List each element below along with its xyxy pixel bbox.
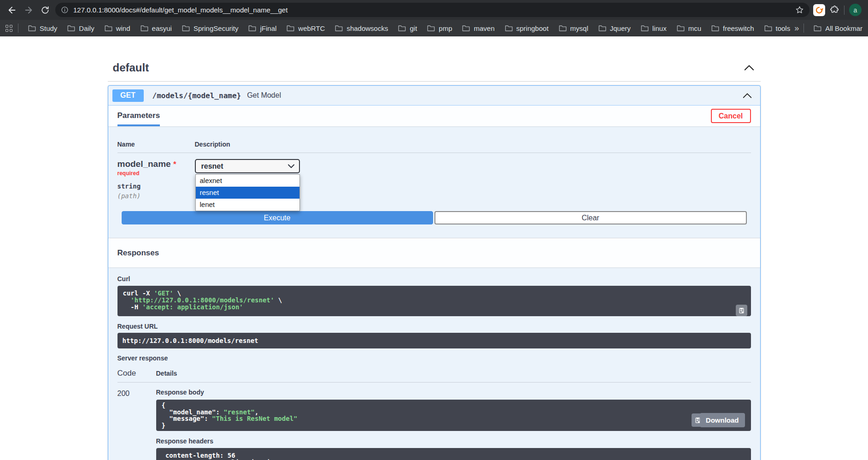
operation-summary[interactable]: GET /models/{model_name} Get Model <box>108 86 760 106</box>
bookmark-item[interactable]: freeswitch <box>706 22 759 35</box>
url-bar[interactable]: 127.0.0.1:8000/docs#/default/get_model_m… <box>55 3 809 17</box>
bookmarks-overflow-chevron[interactable]: » <box>794 24 799 33</box>
folder-icon <box>505 25 513 32</box>
curl-command: curl -X 'GET' \ 'http://127.0.0.1:8000/m… <box>123 290 745 311</box>
folder-icon <box>764 25 772 32</box>
bookmark-item[interactable]: jFinal <box>243 22 282 35</box>
response-row: 200 Response body { "model_name": "resne… <box>117 389 751 460</box>
folder-icon <box>427 25 435 32</box>
folder-icon <box>711 25 719 32</box>
bookmark-item[interactable]: linux <box>636 22 672 35</box>
folder-icon <box>67 25 75 32</box>
column-header-description: Description <box>195 141 751 148</box>
bookmark-item[interactable]: maven <box>457 22 499 35</box>
folder-icon <box>287 25 294 32</box>
column-header-name: Name <box>117 141 195 148</box>
tab-parameters[interactable]: Parameters <box>117 106 160 126</box>
operation-collapse-chevron-icon[interactable] <box>743 93 752 99</box>
response-headers-label: Response headers <box>156 437 751 445</box>
responses-header: Responses <box>108 238 760 267</box>
folder-icon <box>398 25 406 32</box>
bookmark-item[interactable]: pmp <box>422 22 457 35</box>
bookmark-star-icon[interactable] <box>795 6 804 14</box>
parameter-row: model_name * required string (path) resn… <box>117 153 751 200</box>
response-body-block: { "model_name": "resnet", "message": "Th… <box>156 400 751 431</box>
bookmark-item[interactable]: wind <box>100 22 135 35</box>
bookmark-item[interactable]: tools <box>759 22 795 35</box>
server-response-label: Server response <box>117 354 751 362</box>
model-name-dropdown: alexnet resnet lenet <box>195 174 300 211</box>
execute-button[interactable]: Execute <box>122 211 433 224</box>
apps-grid-icon[interactable] <box>6 25 12 32</box>
folder-icon <box>641 25 649 32</box>
request-url-bar: http://127.0.0.1:8000/models/resnet <box>117 333 751 348</box>
dropdown-option[interactable]: alexnet <box>196 175 299 187</box>
curl-label: Curl <box>117 275 751 283</box>
details-column-header: Details <box>156 370 751 377</box>
download-button[interactable]: Download <box>700 413 745 427</box>
bookmark-item[interactable]: Daily <box>62 22 99 35</box>
bookmark-item[interactable]: springboot <box>500 22 554 35</box>
copy-to-clipboard-icon[interactable] <box>736 305 747 316</box>
extensions-puzzle-icon[interactable] <box>830 5 839 15</box>
bookmark-item[interactable]: git <box>393 22 422 35</box>
bookmark-item[interactable]: mysql <box>554 22 593 35</box>
swagger-page: default GET /models/{model_name} Get Mod… <box>0 36 868 460</box>
all-bookmarks-item[interactable]: All Bookmar <box>809 22 862 35</box>
response-headers-text: content-length: 56 content-type: applica… <box>162 452 745 460</box>
bookmark-item[interactable]: shadowsocks <box>330 22 393 35</box>
parameter-location: (path) <box>117 192 195 200</box>
site-info-icon[interactable] <box>61 6 69 14</box>
folder-icon <box>105 25 112 32</box>
folder-icon <box>677 25 685 32</box>
section-divider <box>108 81 761 82</box>
cancel-button[interactable]: Cancel <box>711 109 751 123</box>
bookmark-item[interactable]: webRTC <box>282 22 330 35</box>
bookmarks-bar: Study Daily wind easyui SpringSecurity <box>0 20 868 36</box>
chevron-down-icon <box>288 164 294 168</box>
folder-icon <box>28 25 36 32</box>
bookmark-item[interactable]: Study <box>23 22 62 35</box>
folder-icon <box>598 25 606 32</box>
parameter-name: model_name * required <box>117 159 195 179</box>
bookmark-item[interactable]: easyui <box>135 22 177 35</box>
response-body-label: Response body <box>156 389 751 396</box>
required-star: * <box>173 160 176 169</box>
parameters-header: Parameters Cancel <box>108 106 760 126</box>
parameter-type: string <box>117 183 195 190</box>
profile-avatar[interactable]: a <box>849 4 862 16</box>
folder-icon <box>335 25 343 32</box>
bookmark-item[interactable]: SpringSecurity <box>177 22 244 35</box>
request-url-label: Request URL <box>117 323 751 330</box>
folder-icon <box>462 25 470 32</box>
url-text: 127.0.0.1:8000/docs#/default/get_model_m… <box>73 6 795 14</box>
curl-code-block: curl -X 'GET' \ 'http://127.0.0.1:8000/m… <box>117 286 751 316</box>
folder-icon <box>182 25 190 32</box>
model-name-select[interactable]: resnet <box>195 159 300 173</box>
folder-icon <box>559 25 567 32</box>
bookmark-item[interactable]: Jquery <box>593 22 636 35</box>
folder-icon <box>248 25 256 32</box>
folder-icon <box>141 25 148 32</box>
dropdown-option[interactable]: lenet <box>196 199 299 211</box>
back-icon[interactable] <box>4 2 20 18</box>
forward-icon[interactable] <box>20 2 37 18</box>
browser-toolbar: 127.0.0.1:8000/docs#/default/get_model_m… <box>0 0 868 20</box>
bookmark-list: Study Daily wind easyui SpringSecurity <box>23 22 794 35</box>
code-column-header: Code <box>117 369 156 378</box>
status-code: 200 <box>117 389 156 460</box>
method-badge: GET <box>112 89 144 102</box>
extension-icon[interactable] <box>813 4 825 16</box>
dropdown-option[interactable]: resnet <box>196 187 299 199</box>
opblock-get: GET /models/{model_name} Get Model Param… <box>108 85 761 460</box>
responses-title: Responses <box>117 248 159 258</box>
bookmarks-separator <box>18 24 18 33</box>
required-label: required <box>117 170 140 177</box>
bookmark-item[interactable]: mcu <box>672 22 706 35</box>
operation-description: Get Model <box>247 91 281 100</box>
response-headers-block: content-length: 56 content-type: applica… <box>156 448 751 460</box>
section-collapse-chevron-icon[interactable] <box>744 65 754 71</box>
toolbar-separator <box>844 6 845 15</box>
reload-icon[interactable] <box>37 2 53 18</box>
clear-button[interactable]: Clear <box>434 211 747 224</box>
